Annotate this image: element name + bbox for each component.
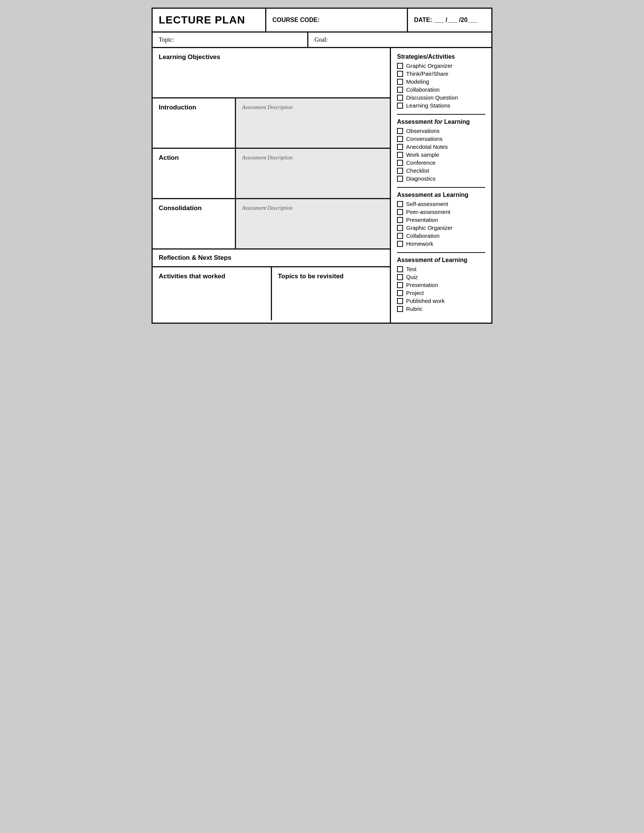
checkbox-icon[interactable] — [397, 290, 403, 296]
checkbox-project: Project — [397, 289, 485, 296]
checkbox-icon[interactable] — [397, 209, 403, 215]
checkbox-label: Diagnostics — [406, 175, 436, 182]
activities-worked-heading: Activities that worked — [159, 273, 265, 280]
checkbox-graphic-organizer-as: Graphic Organizer — [397, 225, 485, 231]
checkbox-collaboration-as: Collaboration — [397, 233, 485, 239]
checkbox-icon[interactable] — [397, 152, 403, 158]
checkbox-homework: Homework — [397, 240, 485, 247]
checkbox-label: Conference — [406, 159, 436, 166]
learning-objectives-heading: Learning Objectives — [159, 53, 384, 61]
divider-2 — [397, 187, 485, 188]
checkbox-icon[interactable] — [397, 266, 403, 272]
assessment-of-section: Assessment of Learning Test Quiz Present… — [397, 257, 485, 312]
checkbox-graphic-organizer-strategies: Graphic Organizer — [397, 63, 485, 69]
checkbox-checklist: Checklist — [397, 167, 485, 174]
checkbox-label: Presentation — [406, 217, 438, 223]
checkbox-published-work: Published work — [397, 298, 485, 304]
consolidation-assessment-description: Assessment Description — [242, 205, 293, 211]
checkbox-label: Collaboration — [406, 233, 440, 239]
topic-cell: Topic: — [153, 32, 308, 47]
checkbox-icon[interactable] — [397, 63, 403, 69]
checkbox-label: Collaboration — [406, 86, 440, 93]
checkbox-icon[interactable] — [397, 306, 403, 312]
checkbox-icon[interactable] — [397, 160, 403, 166]
reflection-row: Reflection & Next Steps — [153, 249, 390, 267]
topics-revisited-heading: Topics to be revisited — [278, 273, 384, 280]
checkbox-self-assessment: Self-assessment — [397, 201, 485, 207]
checkbox-quiz: Quiz — [397, 274, 485, 280]
strategies-section: Strategies/Activities Graphic Organizer … — [397, 53, 485, 109]
date-label: DATE: ___ /___ /20___ — [414, 17, 478, 24]
checkbox-label: Quiz — [406, 274, 418, 280]
checkbox-presentation-of: Presentation — [397, 282, 485, 288]
checkbox-label: Checklist — [406, 167, 429, 174]
checkbox-conference: Conference — [397, 159, 485, 166]
checkbox-label: Conversations — [406, 135, 443, 142]
checkbox-presentation-as: Presentation — [397, 217, 485, 223]
assessment-of-italic: of — [435, 257, 440, 263]
topic-label: Topic: — [159, 36, 174, 43]
checkbox-icon[interactable] — [397, 274, 403, 280]
checkbox-label: Peer-assessment — [406, 209, 451, 215]
introduction-row: Introduction Assessment Description — [153, 98, 390, 149]
divider-3 — [397, 252, 485, 253]
checkbox-label: Published work — [406, 298, 445, 304]
checkbox-icon[interactable] — [397, 95, 403, 101]
checkbox-icon[interactable] — [397, 136, 403, 142]
assessment-as-section: Assessment as Learning Self-assessment P… — [397, 191, 485, 247]
introduction-heading: Introduction — [159, 104, 229, 111]
checkbox-label: Test — [406, 266, 417, 272]
checkbox-label: Self-assessment — [406, 201, 448, 207]
learning-objectives-cell: Learning Objectives — [153, 48, 390, 97]
checkbox-label: Rubric — [406, 306, 422, 312]
checkbox-label: Presentation — [406, 282, 438, 288]
action-heading: Action — [159, 154, 229, 162]
checkbox-icon[interactable] — [397, 282, 403, 288]
checkbox-icon[interactable] — [397, 217, 403, 223]
checkbox-label: Graphic Organizer — [406, 63, 453, 69]
header-course-cell: COURSE CODE: — [266, 9, 408, 31]
checkbox-icon[interactable] — [397, 176, 403, 182]
action-assessment-cell: Assessment Description — [236, 149, 390, 198]
right-sidebar: Strategies/Activities Graphic Organizer … — [391, 48, 491, 323]
assessment-for-italic: for — [435, 119, 443, 125]
topics-revisited-cell: Topics to be revisited — [272, 267, 390, 320]
checkbox-icon[interactable] — [397, 79, 403, 85]
course-code-label: COURSE CODE: — [272, 17, 319, 24]
checkbox-collaboration-strategies: Collaboration — [397, 86, 485, 93]
checkbox-icon[interactable] — [397, 128, 403, 134]
assessment-of-title: Assessment of Learning — [397, 257, 485, 264]
checkbox-icon[interactable] — [397, 168, 403, 174]
strategies-title: Strategies/Activities — [397, 53, 485, 60]
checkbox-label: Work sample — [406, 151, 439, 158]
consolidation-assessment-cell: Assessment Description — [236, 199, 390, 248]
activities-worked-cell: Activities that worked — [153, 267, 272, 320]
checkbox-label: Homework — [406, 240, 433, 247]
checkbox-label: Discussion Question — [406, 94, 458, 101]
introduction-assessment-description: Assessment Description — [242, 105, 293, 110]
checkbox-icon[interactable] — [397, 201, 403, 207]
checkbox-icon[interactable] — [397, 233, 403, 239]
checkbox-peer-assessment: Peer-assessment — [397, 209, 485, 215]
checkbox-observations: Observations — [397, 128, 485, 134]
checkbox-icon[interactable] — [397, 87, 403, 93]
checkbox-discussion-question: Discussion Question — [397, 94, 485, 101]
checkbox-icon[interactable] — [397, 103, 403, 109]
consolidation-row: Consolidation Assessment Description — [153, 199, 390, 249]
action-label-cell: Action — [153, 149, 236, 198]
checkbox-icon[interactable] — [397, 298, 403, 304]
checkbox-icon[interactable] — [397, 225, 403, 231]
header-row: LECTURE PLAN COURSE CODE: DATE: ___ /___… — [153, 9, 491, 32]
action-assessment-description: Assessment Description — [242, 155, 293, 161]
checkbox-icon[interactable] — [397, 71, 403, 77]
activities-row: Activities that worked Topics to be revi… — [153, 267, 390, 320]
left-section: Learning Objectives Introduction Assessm… — [153, 48, 391, 323]
checkbox-icon[interactable] — [397, 144, 403, 150]
checkbox-think-pair-share: Think/Pair/Share — [397, 71, 485, 77]
assessment-as-suffix: Learning — [441, 191, 469, 198]
checkbox-conversations: Conversations — [397, 135, 485, 142]
checkbox-label: Anecdotal Notes — [406, 143, 448, 150]
assessment-of-suffix: Learning — [440, 257, 467, 263]
checkbox-icon[interactable] — [397, 241, 403, 247]
divider-1 — [397, 114, 485, 115]
